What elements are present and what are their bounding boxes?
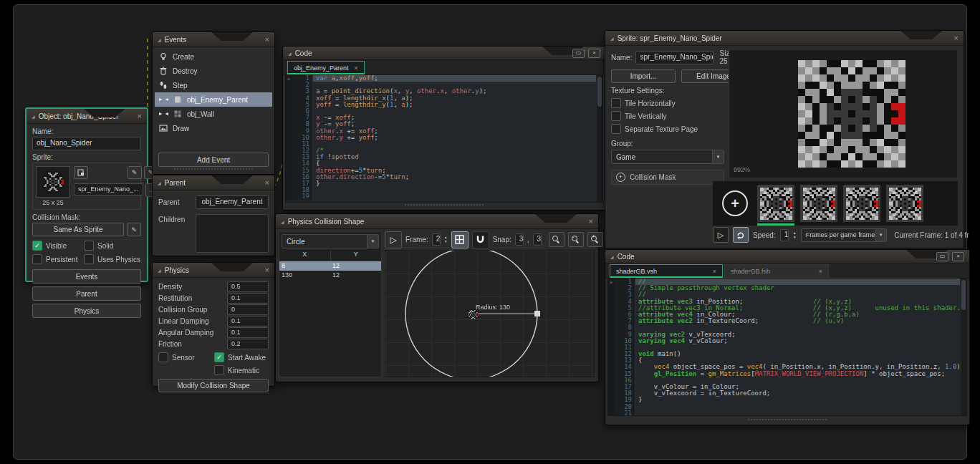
angular-damping-input[interactable]: 0.1 — [227, 327, 269, 338]
frame-thumbnail-2[interactable] — [800, 185, 837, 222]
edit-sprite-button[interactable]: ✎ — [128, 166, 142, 179]
close-icon[interactable]: × — [265, 36, 269, 44]
close-icon[interactable]: × — [954, 34, 959, 42]
collapse-icon[interactable]: ◢ — [281, 219, 284, 224]
shape-dropdown[interactable]: Circle ▼ — [282, 234, 379, 248]
kinematic-checkbox[interactable] — [214, 365, 224, 375]
kinematic-checkbox-row[interactable]: Kinematic — [214, 365, 259, 375]
close-icon[interactable]: × — [952, 252, 964, 261]
frame-stepper[interactable]: ▲▼ — [444, 236, 448, 243]
radius-handle[interactable] — [534, 311, 540, 316]
shader-code-editor[interactable]: ▷1//2// Simple passthrough vertex shader… — [607, 278, 967, 416]
grid-toggle-button[interactable] — [451, 231, 469, 248]
persistent-checkbox[interactable] — [32, 254, 42, 264]
persistent-checkbox-row[interactable]: Persistent — [32, 254, 84, 264]
solid-checkbox-row[interactable]: Solid — [84, 241, 113, 251]
start-awake-checkbox-row[interactable]: ✓ Start Awake — [214, 352, 266, 362]
collision-shape-canvas[interactable]: Radius: 130 — [385, 250, 595, 377]
scrollbar[interactable] — [960, 279, 966, 415]
close-icon[interactable]: × — [589, 218, 593, 226]
uses-physics-checkbox-row[interactable]: Uses Physics — [84, 254, 140, 264]
zoom-reset-button[interactable]: - — [568, 232, 584, 247]
physics-panel-titlebar[interactable]: ◢ Physics × — [153, 263, 274, 278]
snap-toggle-button[interactable] — [472, 231, 489, 248]
parent-button[interactable]: Parent — [32, 286, 141, 301]
speed-input[interactable]: 1 — [780, 229, 789, 241]
collapse-icon[interactable]: ◢ — [610, 254, 614, 259]
frame-thumbnail-1[interactable] — [757, 185, 794, 222]
tab-obj-enemy-parent[interactable]: obj_Enemy_Parent × — [287, 61, 365, 74]
column-header-x[interactable]: X — [279, 251, 330, 261]
event-item-collision-obj-wall[interactable]: obj_Wall — [155, 107, 272, 121]
table-row[interactable]: 130 12 — [279, 271, 381, 280]
start-awake-checkbox[interactable]: ✓ — [214, 352, 224, 362]
tab-close-icon[interactable]: × — [819, 268, 822, 275]
event-item-draw[interactable]: Draw — [155, 121, 272, 135]
restitution-input[interactable]: 0.1 — [227, 293, 269, 304]
tile-horizontally-row[interactable]: Tile Horizontally — [611, 98, 724, 108]
sprite-thumbnail[interactable] — [36, 166, 70, 198]
sprite-name-input[interactable]: spr_Enemy_Nano_Spider — [635, 51, 713, 64]
sprite-name-field[interactable]: spr_Enemy_Nano_... — [74, 183, 143, 195]
loop-button[interactable] — [733, 227, 749, 243]
close-icon[interactable]: × — [138, 112, 142, 120]
separate-texture-page-checkbox[interactable] — [611, 124, 621, 134]
zoom-in-button[interactable]: + — [587, 232, 603, 247]
tab-shadergb-fsh[interactable]: shaderGB.fsh × — [724, 264, 829, 278]
visible-checkbox-row[interactable]: ✓ Visible — [32, 241, 84, 251]
solid-checkbox[interactable] — [84, 241, 94, 251]
zoom-out-button[interactable] — [549, 232, 565, 247]
collapse-icon[interactable]: ◢ — [610, 36, 614, 41]
physics-button[interactable]: Physics — [32, 304, 141, 318]
maximize-icon[interactable]: ▭ — [572, 49, 585, 58]
scrollbar[interactable] — [596, 75, 602, 202]
code-window-titlebar[interactable]: ◢ Code ▭ × — [283, 47, 605, 60]
sensor-checkbox[interactable] — [158, 352, 168, 362]
same-as-sprite-button[interactable]: Same As Sprite — [32, 223, 124, 236]
linear-damping-input[interactable]: 0.1 — [227, 316, 269, 327]
table-row[interactable]: 8 12 — [279, 261, 381, 271]
frame-input[interactable]: 2 — [432, 233, 441, 246]
children-list[interactable] — [196, 214, 269, 253]
edit-mask-button[interactable]: ✎ — [127, 223, 141, 236]
collapse-icon[interactable]: ◢ — [158, 37, 161, 42]
sprite-preview-area[interactable]: 992% — [729, 49, 958, 178]
collision-mask-expander[interactable]: + Collision Mask — [611, 170, 724, 185]
close-icon[interactable]: × — [588, 49, 600, 58]
add-event-button[interactable]: Add Event — [158, 153, 269, 167]
uses-physics-checkbox[interactable] — [84, 254, 94, 264]
group-dropdown[interactable]: Game ▼ — [611, 150, 724, 164]
play-animation-button[interactable]: ▷ — [713, 227, 729, 243]
event-item-destroy[interactable]: Destroy — [155, 64, 272, 78]
new-sprite-button[interactable] — [74, 166, 88, 179]
close-icon[interactable]: × — [265, 266, 269, 274]
object-panel-titlebar[interactable]: ◢ Object: obj_Nano_Spider × — [27, 109, 147, 124]
tab-shadergb-vsh[interactable]: shaderGB.vsh × — [610, 264, 723, 278]
event-item-collision-obj-enemy-parent[interactable]: obj_Enemy_Parent — [155, 92, 272, 107]
separate-texture-page-row[interactable]: Separate Texture Page — [611, 124, 724, 134]
tile-vertically-row[interactable]: Tile Vertically — [611, 111, 724, 121]
close-icon[interactable]: × — [265, 179, 269, 187]
resize-grip[interactable] — [174, 168, 253, 173]
event-item-create[interactable]: Create — [155, 49, 272, 64]
shader-window-titlebar[interactable]: ◢ Code ▭ × — [605, 250, 969, 264]
tab-close-icon[interactable]: × — [713, 268, 716, 275]
maximize-icon[interactable]: ▭ — [936, 252, 948, 261]
import-button[interactable]: Import... — [611, 69, 676, 83]
frame-thumbnail-3[interactable] — [843, 185, 880, 222]
frame-thumbnail-4[interactable] — [886, 185, 923, 222]
play-button[interactable]: ▷ — [385, 231, 402, 248]
resize-grip[interactable] — [405, 204, 484, 208]
collision-shape-titlebar[interactable]: ◢ Physics Collision Shape × — [276, 214, 598, 229]
parent-value-field[interactable]: obj_Enemy_Parent — [196, 195, 269, 209]
snap-y-input[interactable]: 32 — [533, 233, 542, 246]
add-frame-button[interactable]: + — [719, 187, 751, 220]
modify-collision-shape-button[interactable]: Modify Collision Shape — [158, 379, 269, 392]
collapse-icon[interactable]: ◢ — [158, 268, 161, 273]
object-name-input[interactable]: obj_Nano_Spider — [32, 137, 141, 150]
tile-horizontally-checkbox[interactable] — [611, 98, 621, 108]
events-panel-titlebar[interactable]: ◢ Events × — [153, 32, 274, 47]
column-header-y[interactable]: Y — [330, 251, 382, 261]
sprite-panel-titlebar[interactable]: ◢ Sprite: spr_Enemy_Nano_Spider × — [605, 31, 964, 46]
event-item-step[interactable]: Step — [155, 78, 272, 92]
